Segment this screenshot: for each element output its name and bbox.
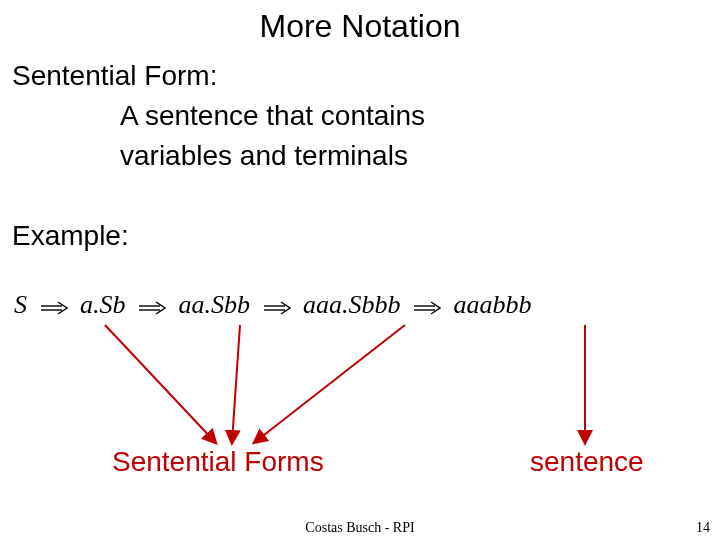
sentence-label: sentence: [530, 446, 644, 478]
svg-line-8: [105, 325, 215, 442]
sentential-form-heading: Sentential Form:: [12, 60, 217, 92]
definition-line-2: variables and terminals: [120, 140, 408, 172]
definition-line-1: A sentence that contains: [120, 100, 425, 132]
double-arrow-icon: [263, 292, 291, 322]
double-arrow-icon: [413, 292, 441, 322]
double-arrow-icon: [138, 292, 166, 322]
derivation-term-3: aaa.Sbbb: [303, 290, 401, 320]
svg-line-9: [232, 325, 240, 442]
slide: More Notation Sentential Form: A sentenc…: [0, 0, 720, 540]
derivation-term-2: aa.Sbb: [179, 290, 251, 320]
example-heading: Example:: [12, 220, 129, 252]
derivation-term-1: a.Sb: [80, 290, 126, 320]
svg-line-10: [255, 325, 405, 442]
page-title: More Notation: [0, 8, 720, 45]
footer-page-number: 14: [696, 520, 710, 536]
footer-author: Costas Busch - RPI: [0, 520, 720, 536]
sentential-forms-label: Sentential Forms: [112, 446, 324, 478]
derivation-term-4: aaabbb: [454, 290, 532, 320]
derivation-term-0: S: [14, 290, 27, 320]
double-arrow-icon: [40, 292, 68, 322]
derivation-line: S a.Sb aa.Sbb aaa.Sbbb aaabbb: [14, 290, 532, 322]
